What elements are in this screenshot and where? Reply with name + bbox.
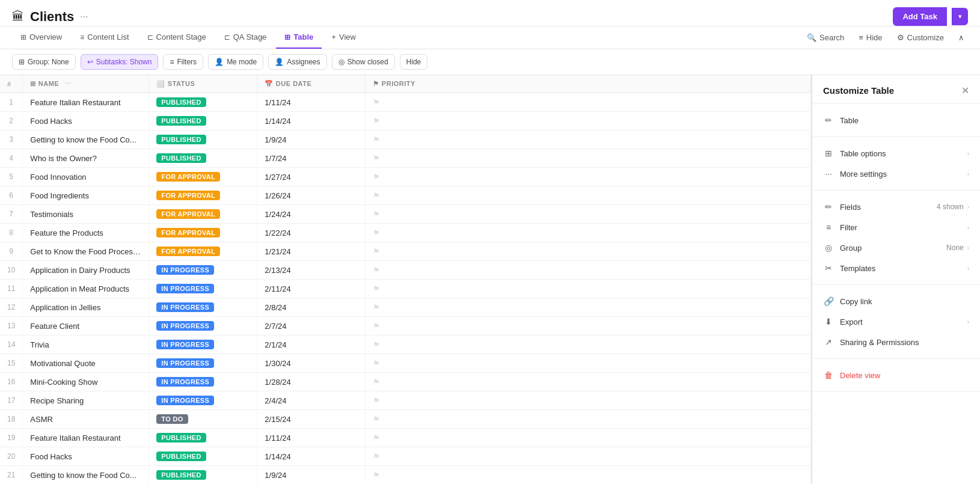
hide-action[interactable]: ≡ Hide [855,28,886,47]
me-mode-button[interactable]: 👤 Me mode [208,54,263,70]
cell-status: IN PROGRESS [149,373,257,391]
table-row[interactable]: 14TriviaIN PROGRESS2/1/24⚑ [0,335,811,354]
cell-status: FOR APPROVAL [149,205,257,224]
table-row[interactable]: 11Application in Meat ProductsIN PROGRES… [0,280,811,298]
panel-item-sharing[interactable]: ↗ Sharing & Permissions [812,332,980,352]
table-row[interactable]: 9Get to Know the Food Processi...FOR APP… [0,242,811,261]
table-row[interactable]: 20Food HacksPUBLISHED1/14/24⚑ [0,447,811,466]
cell-name: Getting to know the Food Co... [23,130,149,149]
cell-status: FOR APPROVAL [149,186,257,205]
flag-icon: ⚑ [373,210,380,219]
table-row[interactable]: 13Feature ClientIN PROGRESS2/7/24⚑ [0,317,811,335]
customize-action[interactable]: ⚙ Customize [893,28,948,47]
status-badge: PUBLISHED [156,452,206,461]
cell-due-date: 2/4/24 [257,391,366,410]
panel-item-table[interactable]: ✏ Table [812,110,980,130]
more-options-icon[interactable]: ··· [80,11,88,22]
panel-item-templates[interactable]: ✂ Templates › [812,258,980,278]
name-options-icon[interactable]: ⋯ [65,80,72,87]
link-icon: 🔗 [823,296,834,306]
table-row[interactable]: 19Feature Italian RestaurantPUBLISHED1/1… [0,429,811,447]
table-row[interactable]: 15Motivational QuoteIN PROGRESS1/30/24⚑ [0,354,811,373]
table-row[interactable]: 5Food InnovationFOR APPROVAL1/27/24⚑ [0,168,811,186]
panel-item-table-options[interactable]: ⊞ Table options › [812,143,980,164]
tab-overview[interactable]: ⊞ Overview [12,26,70,49]
cell-priority: ⚑ [366,261,811,280]
cell-priority: ⚑ [366,242,811,261]
search-icon: 🔍 [807,33,816,42]
collapse-action[interactable]: ∧ [955,28,968,47]
tab-content-list[interactable]: ≡ Content List [72,26,137,49]
tab-content-stage[interactable]: ⊏ Content Stage [139,26,215,49]
table-row[interactable]: 4Who is the Owner?PUBLISHED1/7/24⚑ [0,149,811,168]
table-row[interactable]: 1Feature Italian RestaurantPUBLISHED1/11… [0,93,811,112]
table-container[interactable]: # ⊞NAME ⋯ ⬜STATUS 📅DUE DATE ⚑PRIORITY [0,75,812,484]
more-settings-label: More settings [840,170,887,179]
flag-icon: ⚑ [373,471,380,480]
tab-add-view[interactable]: + View [323,26,364,49]
cell-status: PUBLISHED [149,93,257,112]
close-icon[interactable]: ✕ [961,85,969,96]
building-icon: 🏛 [12,10,24,23]
panel-item-delete-view[interactable]: 🗑 Delete view [812,365,980,385]
filter-label: Filter [840,223,857,232]
table-row[interactable]: 2Food HacksPUBLISHED1/14/24⚑ [0,112,811,130]
status-badge: IN PROGRESS [156,340,214,349]
cell-status: PUBLISHED [149,149,257,168]
cell-name: Testimonials [23,205,149,224]
table-row[interactable]: 12Application in JelliesIN PROGRESS2/8/2… [0,298,811,317]
filters-button[interactable]: ≡ Filters [163,54,203,70]
panel-item-copy-link[interactable]: 🔗 Copy link [812,291,980,311]
chevron-up-icon: ∧ [958,33,964,42]
cell-num: 13 [0,317,23,335]
flag-icon: ⚑ [373,247,380,256]
search-action[interactable]: 🔍 Search [803,28,848,47]
cell-due-date: 1/7/24 [257,149,366,168]
table-row[interactable]: 7TestimonialsFOR APPROVAL1/24/24⚑ [0,205,811,224]
table-row[interactable]: 6Food IngredientsFOR APPROVAL1/26/24⚑ [0,186,811,205]
table-row[interactable]: 10Application in Dairy ProductsIN PROGRE… [0,261,811,280]
tab-table[interactable]: ⊞ Table [276,26,322,49]
table-row[interactable]: 21Getting to know the Food Co...PUBLISHE… [0,466,811,485]
add-task-button[interactable]: Add Task [893,7,947,26]
flag-icon: ⚑ [373,415,380,424]
sort-icon: ⊞ [30,80,36,87]
table-row[interactable]: 17Recipe SharingIN PROGRESS2/4/24⚑ [0,391,811,410]
fields-count: 4 shown [937,203,964,211]
panel-item-fields[interactable]: ✏ Fields 4 shown › [812,197,980,217]
status-icon: ⬜ [156,80,165,87]
assignees-button[interactable]: 👤 Assignees [268,54,326,70]
cell-status: PUBLISHED [149,130,257,149]
hide-button[interactable]: Hide [400,54,428,70]
panel-item-export[interactable]: ⬇ Export › [812,311,980,332]
tab-qa-stage[interactable]: ⊏ QA Stage [216,26,275,49]
panel-item-group[interactable]: ◎ Group None › [812,237,980,258]
chevron-right-icon-3: › [967,204,969,210]
status-badge: IN PROGRESS [156,358,214,368]
add-task-dropdown-button[interactable]: ▾ [952,8,968,25]
show-closed-button[interactable]: ◎ Show closed [332,54,395,70]
cell-num: 2 [0,112,23,130]
cell-num: 5 [0,168,23,186]
table-row[interactable]: 3Getting to know the Food Co...PUBLISHED… [0,130,811,149]
panel-header: Customize Table ✕ [812,75,980,104]
table-row[interactable]: 18ASMRTO DO2/15/24⚑ [0,410,811,429]
cell-status: IN PROGRESS [149,391,257,410]
status-badge: PUBLISHED [156,116,206,126]
group-none-button[interactable]: ⊞ Group: None [12,54,76,70]
flag-icon: ⚑ [373,303,380,312]
cell-priority: ⚑ [366,466,811,485]
qa-stage-icon: ⊏ [224,33,230,41]
subtasks-shown-button[interactable]: ↩ Subtasks: Shown [81,54,159,70]
content-stage-icon: ⊏ [147,33,153,41]
table-row[interactable]: 8Feature the ProductsFOR APPROVAL1/22/24… [0,224,811,242]
panel-item-more-settings[interactable]: ··· More settings › [812,164,980,184]
filter-icon: ≡ [170,58,174,66]
cell-priority: ⚑ [366,317,811,335]
cell-num: 9 [0,242,23,261]
table-row[interactable]: 16Mini-Cooking ShowIN PROGRESS1/28/24⚑ [0,373,811,391]
toolbar: ⊞ Group: None ↩ Subtasks: Shown ≡ Filter… [0,49,980,75]
cell-due-date: 2/15/24 [257,410,366,429]
cell-priority: ⚑ [366,280,811,298]
panel-item-filter[interactable]: ≡ Filter › [812,217,980,237]
